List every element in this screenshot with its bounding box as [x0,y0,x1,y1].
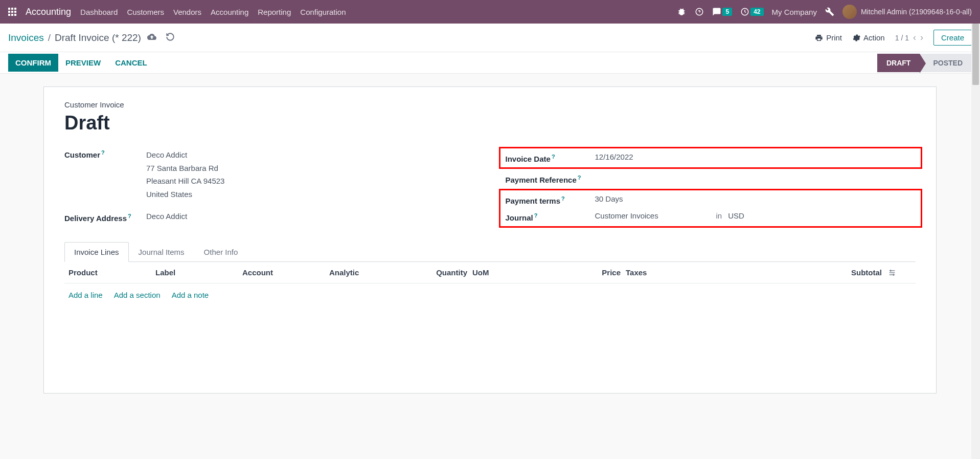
col-label[interactable]: Label [155,268,242,277]
topbar-left: Accounting Dashboard Customers Vendors A… [8,7,346,17]
col-analytic[interactable]: Analytic [329,268,416,277]
subbar-actions [147,32,175,43]
cancel-button[interactable]: CANCEL [108,54,154,72]
form-col-right: Invoice Date? 12/16/2022 Payment Referen… [506,145,916,229]
nav-dashboard[interactable]: Dashboard [80,8,118,16]
messages-icon[interactable]: 5 [712,7,732,16]
highlight-terms-journal: Payment terms? 30 Days Journal? Customer… [499,189,923,228]
content: Customer Invoice Draft Customer? Deco Ad… [0,74,980,406]
preview-button[interactable]: PREVIEW [58,54,108,72]
add-links: Add a line Add a section Add a note [69,291,911,299]
customer-name: Deco Addict [146,148,475,162]
add-note-link[interactable]: Add a note [172,291,209,299]
breadcrumb-sep: / [48,32,51,43]
invoice-date-label: Invoice Date? [506,152,595,163]
tab-invoice-lines[interactable]: Invoice Lines [64,242,129,262]
field-delivery: Delivery Address? Deco Addict [64,209,475,226]
journal-value[interactable]: Customer Invoices [595,211,710,220]
status-posted[interactable]: POSTED [920,54,972,72]
support-icon[interactable] [695,7,704,16]
messages-badge: 5 [722,8,732,16]
create-button[interactable]: Create [933,30,972,46]
journal-in: in [716,211,722,220]
status-draft[interactable]: DRAFT [877,54,920,72]
actionbar: CONFIRM PREVIEW CANCEL DRAFT POSTED [0,52,980,74]
field-payment-ref: Payment Reference? [506,170,916,187]
tab-other-info[interactable]: Other Info [194,242,248,262]
scrollbar[interactable] [971,24,980,406]
currency-value[interactable]: USD [728,211,744,220]
field-journal: Journal? Customer Invoices in USD [506,208,916,225]
payment-terms-value[interactable]: 30 Days [595,194,916,203]
invoice-date-value[interactable]: 12/16/2022 [595,152,916,161]
form-col-left: Customer? Deco Addict 77 Santa Barbara R… [64,145,475,229]
cloud-icon[interactable] [147,32,156,43]
sheet-type-label: Customer Invoice [64,100,916,109]
topbar-right: 5 42 My Company Mitchell Admin (21909648… [677,5,972,19]
user-name: Mitchell Admin (21909648-16-0-all) [861,8,972,16]
add-line-link[interactable]: Add a line [69,291,103,299]
journal-label: Journal? [506,211,595,222]
subbar: Invoices / Draft Invoice (* 222) Print A… [0,24,980,52]
add-section-link[interactable]: Add a section [114,291,161,299]
journal-value-row: Customer Invoices in USD [595,211,916,220]
tabs: Invoice Lines Journal Items Other Info [64,242,916,262]
field-customer: Customer? Deco Addict 77 Santa Barbara R… [64,145,475,204]
customer-value[interactable]: Deco Addict 77 Santa Barbara Rd Pleasant… [146,148,475,201]
customer-addr1: 77 Santa Barbara Rd [146,162,475,175]
sheet-header: Customer Invoice Draft [64,100,916,134]
breadcrumb-current: Draft Invoice (* 222) [55,32,141,43]
nav-configuration[interactable]: Configuration [300,8,346,16]
activity-icon[interactable]: 42 [740,7,763,16]
action-button[interactable]: Action [852,33,885,42]
delivery-label: Delivery Address? [64,212,146,223]
subbar-right: Print Action 1 / 1 ‹ › Create [815,30,972,46]
pager-next-icon[interactable]: › [920,32,923,43]
apps-icon[interactable] [8,8,16,16]
col-account[interactable]: Account [242,268,329,277]
user-menu[interactable]: Mitchell Admin (21909648-16-0-all) [842,5,972,19]
print-button[interactable]: Print [815,33,842,42]
action-label: Action [863,33,885,42]
print-label: Print [826,33,842,42]
payment-ref-label: Payment Reference? [506,173,595,184]
customer-addr2: Pleasant Hill CA 94523 [146,174,475,188]
columns-settings-icon[interactable] [888,269,896,277]
avatar [842,5,857,19]
nav-vendors[interactable]: Vendors [173,8,201,16]
confirm-button[interactable]: CONFIRM [8,54,58,72]
sheet: Customer Invoice Draft Customer? Deco Ad… [43,86,937,394]
payment-terms-label: Payment terms? [506,194,595,205]
scrollbar-thumb[interactable] [972,24,979,85]
col-uom[interactable]: UoM [472,268,508,277]
bug-icon[interactable] [677,7,687,16]
pager: 1 / 1 ‹ › [895,32,923,43]
field-payment-terms: Payment terms? 30 Days [506,191,916,208]
col-taxes[interactable]: Taxes [626,268,687,277]
pager-text: 1 / 1 [895,34,909,42]
tab-journal-items[interactable]: Journal Items [129,242,194,262]
table-body: Add a line Add a section Add a note [64,283,916,307]
sheet-title: Draft [64,112,916,134]
topbar: Accounting Dashboard Customers Vendors A… [0,0,980,24]
pager-prev-icon[interactable]: ‹ [913,32,916,43]
company-switcher[interactable]: My Company [772,8,817,16]
breadcrumb-root[interactable]: Invoices [8,32,44,43]
nav-customers[interactable]: Customers [127,8,164,16]
table-head: Product Label Account Analytic Quantity … [64,262,916,283]
status-flow: DRAFT POSTED [877,54,972,72]
col-price[interactable]: Price [508,268,626,277]
nav-accounting[interactable]: Accounting [211,8,248,16]
form-row: Customer? Deco Addict 77 Santa Barbara R… [64,145,916,229]
col-quantity[interactable]: Quantity [416,268,472,277]
customer-addr3: United States [146,188,475,201]
delivery-value[interactable]: Deco Addict [146,212,475,221]
nav-reporting[interactable]: Reporting [258,8,291,16]
tools-icon[interactable] [825,7,834,16]
col-product[interactable]: Product [69,268,155,277]
customer-label: Customer? [64,148,146,159]
breadcrumb: Invoices / Draft Invoice (* 222) [8,32,141,43]
discard-icon[interactable] [166,32,175,43]
app-name[interactable]: Accounting [26,7,71,17]
col-subtotal[interactable]: Subtotal [687,268,911,277]
